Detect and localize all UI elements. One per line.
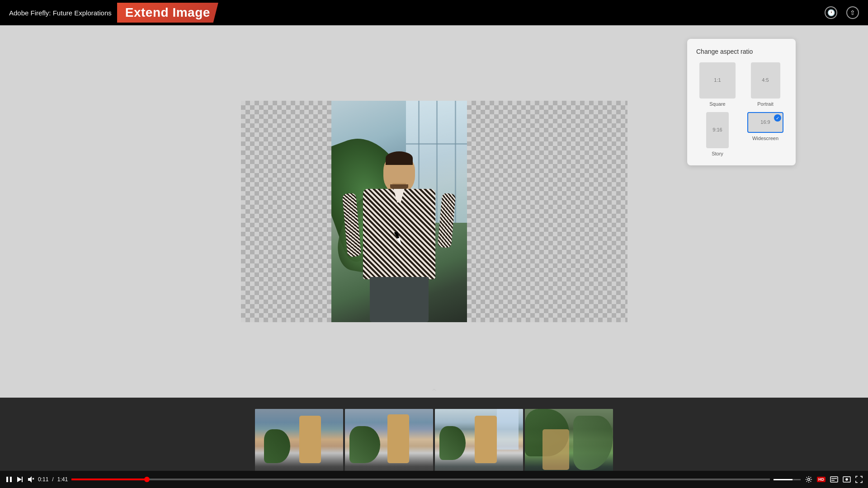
progress-fill <box>71 479 147 480</box>
svg-marker-2 <box>17 477 22 482</box>
person-photo <box>331 101 467 322</box>
square-ratio-text: 1:1 <box>714 77 721 83</box>
time-separator: / <box>52 476 53 483</box>
aspect-panel-title: Change aspect ratio <box>696 48 787 55</box>
thumbnail-3[interactable] <box>435 409 523 477</box>
thumb-preview-1 <box>255 409 343 477</box>
widescreen-ratio-text: 16:9 <box>760 119 770 125</box>
shirt-collar <box>390 189 408 202</box>
filmstrip-row <box>250 404 618 481</box>
aspect-box-square: 1:1 <box>699 62 736 99</box>
widescreen-label: Widescreen <box>752 136 778 141</box>
aspect-box-story: 9:16 <box>706 112 729 148</box>
aspect-box-widescreen: 16:9 ✓ <box>747 112 783 133</box>
story-label: Story <box>712 151 723 156</box>
pause-button[interactable] <box>5 476 13 483</box>
person-shirt <box>363 189 435 279</box>
progress-dot <box>144 477 150 482</box>
aspect-option-story[interactable]: 9:16 Story <box>696 112 739 156</box>
story-ratio-text: 9:16 <box>712 127 722 132</box>
volume-fill <box>774 479 793 480</box>
hd-badge[interactable]: HD <box>817 477 826 482</box>
square-label: Square <box>709 101 725 107</box>
thumbnail-2[interactable] <box>345 409 433 477</box>
svg-point-7 <box>808 479 810 481</box>
aspect-option-widescreen[interactable]: 16:9 ✓ Widescreen <box>744 112 787 156</box>
person-pants <box>370 277 429 322</box>
share-icon[interactable]: ⇧ <box>846 6 859 19</box>
right-controls: HD <box>774 476 863 483</box>
svg-marker-4 <box>28 476 32 483</box>
aspect-ratio-panel: Change aspect ratio 1:1 Square 4:5 Portr… <box>687 39 796 165</box>
video-title: Adobe Firefly: Future Explorations <box>9 9 112 17</box>
thumb-preview-3 <box>435 409 523 477</box>
canvas-area: Change aspect ratio 1:1 Square 4:5 Portr… <box>0 25 868 398</box>
person-head <box>383 155 415 193</box>
cast-button[interactable] <box>843 476 851 483</box>
person-silhouette <box>354 150 444 322</box>
portrait-label: Portrait <box>757 101 773 107</box>
volume-slider[interactable] <box>774 479 801 480</box>
canvas-wrapper <box>241 101 627 322</box>
aspect-options-grid: 1:1 Square 4:5 Portrait 9:16 Story <box>696 62 787 156</box>
svg-point-12 <box>846 479 848 480</box>
settings-button[interactable] <box>805 476 812 483</box>
subtitles-button[interactable] <box>830 476 838 483</box>
thumb-preview-4 <box>525 409 613 477</box>
top-bar-left: Adobe Firefly: Future Explorations Exten… <box>9 3 218 23</box>
selected-checkmark: ✓ <box>774 114 781 122</box>
window-bar-h1 <box>406 143 467 145</box>
aspect-option-portrait[interactable]: 4:5 Portrait <box>744 62 787 107</box>
thumbnail-4[interactable] <box>525 409 613 477</box>
main-content: Change aspect ratio 1:1 Square 4:5 Portr… <box>0 25 868 488</box>
person-hair <box>386 151 413 165</box>
progress-bar[interactable] <box>71 479 770 480</box>
svg-rect-8 <box>830 477 838 482</box>
mute-button[interactable] <box>27 476 34 483</box>
photo-container <box>331 101 467 322</box>
next-button[interactable] <box>16 476 24 483</box>
aspect-box-portrait: 4:5 <box>751 62 780 99</box>
clock-icon[interactable]: 🕐 <box>825 6 837 19</box>
thumbnail-1[interactable] <box>255 409 343 477</box>
total-time: 1:41 <box>57 476 68 483</box>
fullscreen-button[interactable] <box>855 476 863 483</box>
extend-image-heading: Extend Image <box>117 3 218 23</box>
portrait-ratio-text: 4:5 <box>762 77 769 83</box>
svg-rect-1 <box>10 477 12 482</box>
top-bar-right: 🕐 ⇧ <box>825 6 859 19</box>
thumb-preview-2 <box>345 409 433 477</box>
svg-rect-0 <box>6 477 8 482</box>
top-bar: Adobe Firefly: Future Explorations Exten… <box>0 0 868 25</box>
svg-rect-3 <box>22 477 23 482</box>
video-controls-bar: 0:11 / 1:41 HD <box>0 471 868 488</box>
aspect-option-square[interactable]: 1:1 Square <box>696 62 739 107</box>
time-display: 0:11 <box>38 476 48 483</box>
expand-chevron[interactable]: ⌃ <box>430 387 438 398</box>
